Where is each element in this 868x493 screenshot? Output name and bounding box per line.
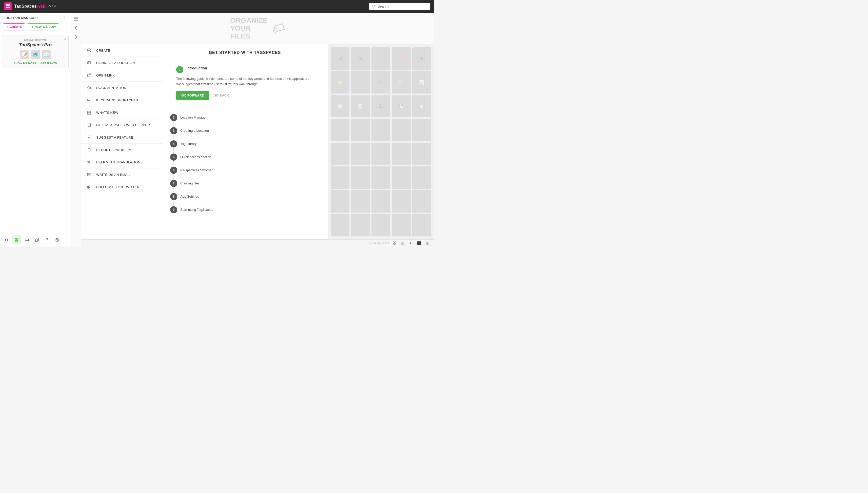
svg-rect-2	[6, 6, 8, 8]
menu-keyboard-shortcuts-label: KEYBOARD SHORTCUTS	[96, 98, 138, 102]
new-window-button[interactable]: ⬡ NEW WINDOW	[27, 23, 59, 30]
copy-icon	[35, 238, 39, 242]
tags-button[interactable]: 🏷	[22, 235, 31, 244]
menu-item-whats-new[interactable]: WHAT'S NEW	[81, 106, 162, 119]
search-input[interactable]	[378, 4, 427, 8]
svg-text:A: A	[89, 161, 91, 164]
promo-icons: 📝 🗺️ ✉️	[5, 50, 65, 59]
menu-item-keyboard-shortcuts[interactable]: KEYBOARD SHORTCUTS	[81, 94, 162, 106]
help-button[interactable]: ?	[43, 235, 52, 244]
steps-list: 2 Location Manager 3 Creating a Location…	[170, 111, 319, 216]
new-window-label: NEW WINDOW	[35, 25, 56, 29]
location-manager-title: LOCATION MANAGER	[3, 16, 38, 20]
menu-item-open-link[interactable]: OPEN LINK	[81, 69, 162, 82]
step-4-label: Tag Library	[180, 142, 197, 146]
get-it-now-link[interactable]: GET IT NOW	[41, 62, 57, 65]
settings-button[interactable]: ⚙	[2, 235, 11, 244]
promo-close-button[interactable]: ×	[64, 37, 66, 42]
promo-subtitle: achieve more with	[5, 38, 65, 41]
svg-rect-39	[87, 173, 91, 176]
grid-view-icon	[393, 241, 396, 245]
promo-icon-2: 🗺️	[31, 50, 40, 59]
follow-twitter-icon	[86, 184, 92, 190]
list-view-icon	[401, 241, 404, 245]
menu-item-connect-location[interactable]: CONNECT A LOCATION	[81, 57, 162, 69]
files-button[interactable]	[12, 235, 21, 244]
back-button[interactable]	[72, 24, 80, 32]
intro-step-num: 1	[176, 66, 183, 73]
menu-connect-location-label: CONNECT A LOCATION	[96, 61, 135, 65]
svg-rect-11	[36, 239, 38, 242]
files-icon	[15, 238, 19, 242]
content-area: ORGANIZE YOUR FILES 🏷 CREATE	[81, 13, 434, 246]
plus-icon: +	[6, 25, 8, 29]
hamburger-button[interactable]	[72, 15, 80, 23]
intro-text: The following guide will demonstrate som…	[176, 76, 313, 87]
web-clipper-icon	[86, 122, 92, 128]
right-decorative-panel: 🖥 🖱 📎 📌 ⚙ 📁 🔧 ✂ 🔍 📊 🕐 📝	[328, 44, 434, 239]
main-layout: LOCATION MANAGER ⋮ + CREATE ⬡ NEW WINDOW…	[0, 13, 434, 246]
svg-text:?: ?	[89, 86, 90, 89]
menu-web-clipper-label: GET TAGSPACES WEB CLIPPER	[96, 123, 150, 127]
search-box[interactable]	[369, 3, 430, 10]
step-2-num: 2	[170, 114, 177, 121]
svg-rect-1	[8, 4, 10, 6]
menu-item-write-email[interactable]: WRITE US AN EMAIL	[81, 169, 162, 181]
app-name-web: Web	[37, 4, 46, 8]
menu-whats-new-label: WHAT'S NEW	[96, 111, 118, 114]
list-view-button[interactable]	[400, 240, 406, 246]
version-badge: v5.4.4	[48, 4, 56, 8]
attribution-text: CSDN @杨涛老苏	[369, 241, 390, 245]
top-bar: TagSpacesWeb v5.4.4	[0, 0, 434, 13]
menu-documentation-label: DOCUMENTATION	[96, 86, 126, 90]
gallery-view-button[interactable]: ▦	[424, 240, 430, 246]
kanban-view-button[interactable]: ✦	[408, 240, 414, 246]
step-8-label: App Settings	[180, 195, 199, 198]
go-forward-button[interactable]: GO FORWARD	[176, 91, 209, 100]
search-icon	[372, 4, 376, 8]
menu-item-follow-twitter[interactable]: FOLLOW US ON TWITTER	[81, 181, 162, 193]
app-logo-icon	[4, 2, 12, 10]
menu-item-help-translation[interactable]: 文A HELP WITH TRANSLATION	[81, 156, 162, 169]
step-3-num: 3	[170, 127, 177, 134]
guide-title: GET STARTED WITH TAGSPACES	[170, 50, 319, 55]
step-4-num: 4	[170, 141, 177, 147]
menu-item-report-problem[interactable]: REPORT A PROBLEM	[81, 144, 162, 156]
split-view-button[interactable]: ⬛	[416, 240, 422, 246]
svg-rect-41	[395, 242, 396, 243]
promo-icon-3: ✉️	[42, 50, 51, 59]
step-item-6: 6 Perspectives Switcher	[170, 164, 319, 177]
menu-item-suggest-feature[interactable]: SUGGEST A FEATURE	[81, 131, 162, 144]
theme-button[interactable]	[53, 235, 62, 244]
step-9-num: 9	[170, 206, 177, 213]
main-content-area: CREATE CONNECT A LOCATION OPEN LINK	[81, 44, 434, 239]
organize-text: ORGANIZE YOUR FILES	[230, 17, 268, 40]
promo-links: SHOW ME MORE GET IT NOW	[5, 62, 65, 65]
grid-view-button[interactable]	[392, 240, 398, 246]
svg-rect-19	[88, 62, 91, 64]
step-7-label: Creating files	[180, 181, 200, 185]
theme-icon	[55, 238, 59, 242]
documentation-icon: ?	[86, 85, 92, 91]
forward-button[interactable]	[72, 33, 80, 41]
show-me-more-link[interactable]: SHOW ME MORE	[14, 62, 37, 65]
step-item-2: 2 Location Manager	[170, 111, 319, 124]
sidebar-action-buttons: + CREATE ⬡ NEW WINDOW	[0, 23, 71, 33]
svg-rect-40	[393, 242, 394, 243]
copy-button[interactable]	[32, 235, 42, 244]
svg-rect-43	[395, 243, 396, 245]
back-icon	[75, 26, 77, 30]
menu-suggest-feature-label: SUGGEST A FEATURE	[96, 135, 133, 140]
menu-item-web-clipper[interactable]: GET TAGSPACES WEB CLIPPER	[81, 119, 162, 131]
menu-write-email-label: WRITE US AN EMAIL	[96, 173, 131, 176]
dropdown-menu: CREATE CONNECT A LOCATION OPEN LINK	[81, 44, 162, 239]
svg-rect-6	[15, 238, 17, 240]
location-manager-menu-button[interactable]: ⋮	[63, 15, 67, 21]
menu-help-translation-label: HELP WITH TRANSLATION	[96, 160, 140, 164]
keyboard-shortcuts-icon	[86, 97, 92, 103]
menu-item-documentation[interactable]: ? DOCUMENTATION	[81, 82, 162, 94]
go-back-button[interactable]: GO BACK	[214, 93, 229, 97]
create-button[interactable]: + CREATE	[3, 23, 25, 30]
menu-item-create[interactable]: CREATE	[81, 44, 162, 57]
svg-rect-9	[17, 240, 18, 241]
